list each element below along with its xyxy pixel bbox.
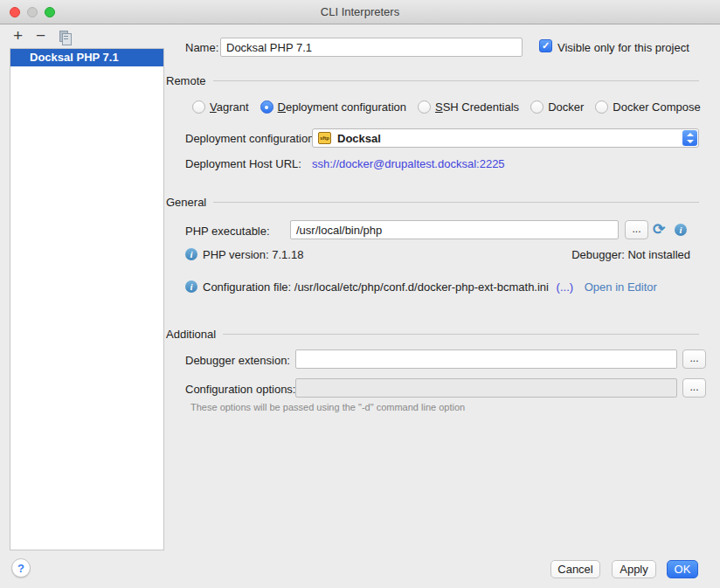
configuration-options-input[interactable] bbox=[295, 378, 677, 398]
reload-phpinfo-icon[interactable]: ⟳ bbox=[653, 221, 665, 239]
config-file-more-link[interactable]: (...) bbox=[557, 280, 574, 294]
help-button[interactable]: ? bbox=[11, 558, 31, 578]
combo-stepper-icon[interactable] bbox=[682, 130, 697, 146]
php-version-text: PHP version: 7.1.18 bbox=[203, 248, 303, 261]
deployment-config-label: Deployment configuration: bbox=[185, 132, 317, 145]
php-executable-browse-button[interactable]: ... bbox=[625, 220, 648, 239]
options-hint-text: These options will be passed using the "… bbox=[190, 402, 465, 412]
visible-project-checkbox[interactable]: ✓ bbox=[539, 39, 552, 52]
remote-section-divider bbox=[213, 80, 699, 81]
radio-docker-compose[interactable]: Docker Compose bbox=[595, 100, 700, 114]
configuration-options-browse-button[interactable]: ... bbox=[682, 378, 706, 398]
interpreter-settings-panel: Name: ✓ Visible only for this project Re… bbox=[164, 24, 720, 550]
radio-docker-compose-icon[interactable] bbox=[595, 100, 608, 114]
cancel-button[interactable]: Cancel bbox=[550, 560, 600, 578]
deployment-config-select[interactable]: sftp Docksal bbox=[312, 128, 699, 148]
ok-button[interactable]: OK bbox=[667, 560, 698, 578]
deployment-host-url-link[interactable]: ssh://docker@drupaltest.docksal:2225 bbox=[312, 157, 505, 170]
duplicate-interpreter-icon[interactable] bbox=[59, 31, 68, 42]
general-section-divider bbox=[213, 202, 699, 203]
php-version-info-icon: i bbox=[185, 248, 197, 260]
additional-section-header: Additional bbox=[166, 326, 699, 342]
config-file-row: Configuration file: /usr/local/etc/php/c… bbox=[203, 280, 657, 294]
configuration-options-label: Configuration options: bbox=[185, 383, 295, 396]
interpreter-list: Docksal PHP 7.1 bbox=[10, 48, 164, 550]
radio-deployment-configuration-label: Deployment configuration bbox=[278, 100, 406, 114]
deployment-config-value: Docksal bbox=[337, 132, 381, 145]
visible-project-label: Visible only for this project bbox=[557, 41, 689, 54]
remote-section-label: Remote bbox=[166, 74, 206, 87]
open-in-editor-link[interactable]: Open in Editor bbox=[585, 280, 657, 294]
radio-ssh-credentials-icon[interactable] bbox=[418, 100, 431, 114]
radio-vagrant-icon[interactable] bbox=[192, 100, 205, 114]
debugger-status-text: Debugger: Not installed bbox=[571, 248, 690, 261]
radio-vagrant-label: Vagrant bbox=[210, 100, 249, 114]
general-section-header: General bbox=[166, 194, 699, 210]
remote-section-header: Remote bbox=[166, 73, 699, 88]
show-phpinfo-icon[interactable]: i bbox=[675, 224, 687, 236]
remove-interpreter-icon[interactable]: − bbox=[36, 26, 45, 45]
radio-docker-icon[interactable] bbox=[530, 100, 543, 114]
radio-ssh-credentials-label: SSH Credentials bbox=[435, 100, 519, 114]
sftp-icon: sftp bbox=[318, 132, 331, 144]
name-input[interactable] bbox=[220, 38, 523, 57]
general-section-label: General bbox=[166, 196, 206, 209]
additional-section-divider bbox=[223, 334, 699, 335]
list-item-docksal-php[interactable]: Docksal PHP 7.1 bbox=[10, 49, 163, 66]
additional-section-label: Additional bbox=[166, 328, 216, 341]
radio-docker-label: Docker bbox=[548, 100, 584, 114]
interpreter-list-toolbar: + − bbox=[0, 24, 164, 48]
cli-interpreters-dialog: { "window": { "title": "CLI Interpreters… bbox=[0, 0, 720, 588]
add-interpreter-icon[interactable]: + bbox=[13, 26, 23, 45]
radio-deployment-configuration-icon[interactable] bbox=[260, 100, 273, 114]
php-executable-input[interactable] bbox=[290, 220, 619, 239]
config-file-text: Configuration file: /usr/local/etc/php/c… bbox=[203, 280, 549, 294]
apply-button[interactable]: Apply bbox=[612, 560, 656, 578]
debugger-extension-input[interactable] bbox=[295, 349, 677, 369]
radio-docker[interactable]: Docker bbox=[530, 100, 584, 114]
deployment-host-label: Deployment Host URL: bbox=[185, 157, 301, 170]
radio-vagrant[interactable]: Vagrant bbox=[192, 100, 249, 114]
config-file-info-icon: i bbox=[185, 280, 197, 293]
radio-ssh-credentials[interactable]: SSH Credentials bbox=[418, 100, 519, 114]
debugger-extension-label: Debugger extension: bbox=[185, 354, 290, 367]
remote-type-radio-group: Vagrant Deployment configuration SSH Cre… bbox=[192, 100, 701, 114]
php-executable-label: PHP executable: bbox=[185, 225, 270, 238]
name-label: Name: bbox=[185, 41, 218, 54]
radio-deployment-configuration[interactable]: Deployment configuration bbox=[260, 100, 406, 114]
debugger-extension-browse-button[interactable]: ... bbox=[682, 349, 706, 369]
window-title: CLI Interpreters bbox=[0, 5, 720, 18]
radio-docker-compose-label: Docker Compose bbox=[613, 100, 700, 114]
title-bar: CLI Interpreters bbox=[0, 0, 720, 24]
